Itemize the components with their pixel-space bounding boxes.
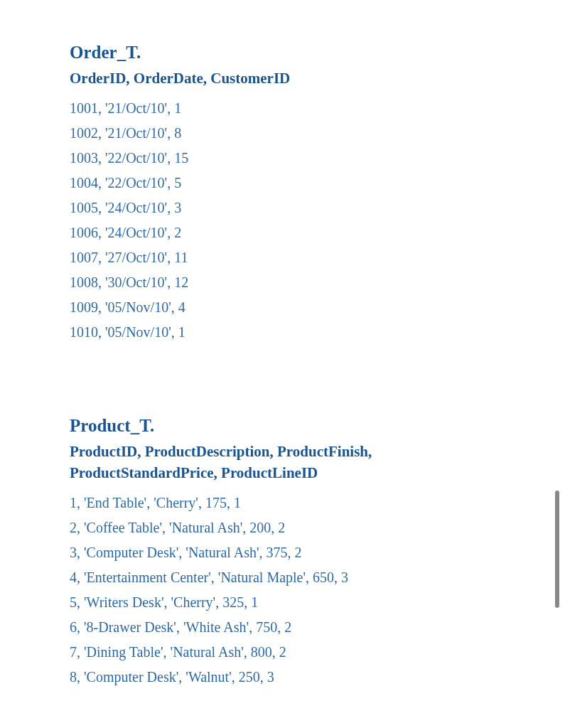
table-row: 1010, '05/Nov/10', 1 xyxy=(70,320,565,345)
product-table-title: Product_T. xyxy=(70,416,565,436)
table-row: 2, 'Coffee Table', 'Natural Ash', 200, 2 xyxy=(70,515,565,540)
table-row: 1002, '21/Oct/10', 8 xyxy=(70,121,565,146)
table-row: 3, 'Computer Desk', 'Natural Ash', 375, … xyxy=(70,540,565,565)
table-row: 1007, '27/Oct/10', 11 xyxy=(70,245,565,270)
table-row: 1006, '24/Oct/10', 2 xyxy=(70,220,565,245)
table-row: 1003, '22/Oct/10', 15 xyxy=(70,146,565,171)
table-row: 1004, '22/Oct/10', 5 xyxy=(70,171,565,196)
order-table-columns: OrderID, OrderDate, CustomerID xyxy=(70,68,482,89)
product-table-columns: ProductID, ProductDescription, ProductFi… xyxy=(70,441,482,483)
order-table-section: Order_T. OrderID, OrderDate, CustomerID … xyxy=(70,43,565,345)
table-row: 1001, '21/Oct/10', 1 xyxy=(70,96,565,121)
table-row: 8, 'Computer Desk', 'Walnut', 250, 3 xyxy=(70,665,565,690)
scrollbar[interactable] xyxy=(555,491,559,608)
table-row: 7, 'Dining Table', 'Natural Ash', 800, 2 xyxy=(70,640,565,665)
table-row: 4, 'Entertainment Center', 'Natural Mapl… xyxy=(70,565,565,590)
table-row: 1008, '30/Oct/10', 12 xyxy=(70,270,565,295)
table-row: 1009, '05/Nov/10', 4 xyxy=(70,295,565,320)
table-row: 1005, '24/Oct/10', 3 xyxy=(70,196,565,220)
product-table-section: Product_T. ProductID, ProductDescription… xyxy=(70,416,565,690)
table-row: 6, '8-Drawer Desk', 'White Ash', 750, 2 xyxy=(70,615,565,640)
table-row: 5, 'Writers Desk', 'Cherry', 325, 1 xyxy=(70,590,565,615)
table-row: 1, 'End Table', 'Cherry', 175, 1 xyxy=(70,491,565,515)
order-table-title: Order_T. xyxy=(70,43,565,63)
